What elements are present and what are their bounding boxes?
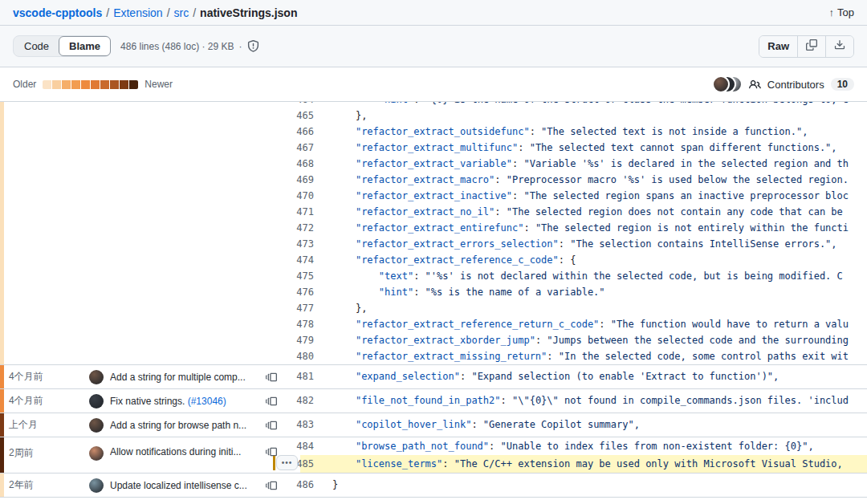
commit-message-link[interactable]: Add a string for multiple comp... <box>110 372 259 383</box>
line-number[interactable]: 475 <box>279 268 324 284</box>
json-key: "refactor_extract_errors_selection" <box>356 238 559 250</box>
code-line[interactable]: "file_not_found_in_path2": "\"{0}\" not … <box>324 392 867 408</box>
avatar[interactable] <box>89 394 104 408</box>
json-key: "refactor_extract_variable" <box>356 158 512 169</box>
json-punctuation: }, <box>356 110 367 121</box>
code-line[interactable]: "copilot_hover_link": "Generate Copilot … <box>324 417 867 433</box>
avatar[interactable] <box>89 478 104 493</box>
contributor-avatars[interactable] <box>712 75 743 93</box>
line-number[interactable]: 469 <box>279 172 324 188</box>
code-line[interactable]: } <box>324 477 867 493</box>
download-button[interactable] <box>825 36 853 57</box>
copy-button[interactable] <box>797 36 825 57</box>
people-icon <box>749 79 761 91</box>
versions-icon[interactable] <box>266 372 277 383</box>
code-line[interactable]: "refactor_extract_entirefunc": "The sele… <box>324 220 867 236</box>
json-string-value: "The function would have to return a val… <box>611 319 849 330</box>
line-number[interactable]: 484 <box>279 437 324 455</box>
tab-code[interactable]: Code <box>14 36 59 56</box>
code-line[interactable]: "refactor_extract_errors_selection": "Th… <box>324 236 867 252</box>
blame-expand-button[interactable]: ••• <box>276 455 298 470</box>
avatar[interactable] <box>712 75 730 93</box>
code-line[interactable]: "refactor_extract_variable": "Variable '… <box>324 156 867 172</box>
json-string-value: "The selected region spans an inactive p… <box>523 190 849 201</box>
code-line[interactable]: "refactor_extract_missing_return": "In t… <box>324 348 867 364</box>
avatar[interactable] <box>89 370 104 384</box>
code-line[interactable]: "expand_selection": "Expand selection (t… <box>324 368 867 384</box>
json-key: "refactor_extract_reference_c_code" <box>356 254 559 266</box>
code-line[interactable]: "refactor_extract_reference_c_code": { <box>324 252 867 268</box>
json-string-value: "\"{0}\" not found in compile_commands.j… <box>512 395 849 406</box>
versions-icon[interactable] <box>266 480 277 491</box>
json-punctuation: }, <box>356 303 367 314</box>
json-punctuation: : <box>530 126 541 137</box>
heat-swatch-3 <box>62 80 71 89</box>
line-number[interactable]: 473 <box>279 236 324 252</box>
line-number[interactable]: 476 <box>279 284 324 300</box>
json-key: "refactor_extract_macro" <box>356 174 495 185</box>
code-line[interactable]: "hint": "{0} is the name of the struct o… <box>324 101 867 108</box>
versions-icon[interactable] <box>266 396 277 407</box>
code-line[interactable]: "refactor_extract_xborder_jump": "Jumps … <box>324 332 867 348</box>
blame-legend-row: Older Newer Contributors 10 <box>0 67 867 101</box>
code-line[interactable]: "refactor_extract_macro": "Preprocessor … <box>324 172 867 188</box>
json-string-value: "In the selected code, some control path… <box>559 351 849 362</box>
tab-blame[interactable]: Blame <box>59 36 111 56</box>
line-number[interactable]: 468 <box>279 156 324 172</box>
line-number[interactable]: 481 <box>279 368 324 384</box>
code-line[interactable]: "refactor_extract_reference_return_c_cod… <box>324 316 867 332</box>
line-number[interactable]: 485••• <box>279 455 324 473</box>
line-number[interactable]: 474 <box>279 252 324 268</box>
code-line[interactable]: "refactor_extract_no_il": "The selected … <box>324 204 867 220</box>
line-number[interactable]: 464 <box>279 101 324 108</box>
pr-number-link[interactable]: (#13046) <box>188 396 226 407</box>
breadcrumb-separator: / <box>106 6 109 19</box>
versions-icon[interactable] <box>266 420 277 431</box>
code-line[interactable]: "refactor_extract_multifunc": "The selec… <box>324 140 867 156</box>
up-arrow-icon: ↑ <box>829 6 835 18</box>
raw-button[interactable]: Raw <box>759 36 797 57</box>
code-line[interactable]: "hint": "%s is the name of a variable." <box>324 284 867 300</box>
commit-message-link[interactable]: Fix native strings. (#13046) <box>110 396 259 407</box>
code-line[interactable]: }, <box>324 108 867 124</box>
line-number[interactable]: 472 <box>279 220 324 236</box>
code-line[interactable]: "browse_path_not_found": "Unable to inde… <box>324 437 867 455</box>
json-key: "copilot_hover_link" <box>356 419 472 430</box>
avatar[interactable] <box>89 446 104 461</box>
code-line[interactable]: }, <box>324 300 867 316</box>
line-number[interactable]: 486 <box>279 477 324 493</box>
line-number[interactable]: 470 <box>279 188 324 204</box>
commit-message-link[interactable]: Update localized intellisense c... <box>110 480 259 491</box>
breadcrumb-dir-src[interactable]: src <box>174 6 189 19</box>
line-number-gutter: 484485••• <box>279 437 324 473</box>
line-number[interactable]: 467 <box>279 140 324 156</box>
commit-message-link[interactable]: Add a string for browse path n... <box>110 420 259 431</box>
code-line[interactable]: "text": "'%s' is not declared within the… <box>324 268 867 284</box>
line-number[interactable]: 479 <box>279 332 324 348</box>
json-punctuation: : <box>512 190 523 201</box>
line-number[interactable]: 480 <box>279 348 324 364</box>
line-number[interactable]: 465 <box>279 108 324 124</box>
commit-message-link[interactable]: Allow notifications during initi... <box>110 446 259 457</box>
line-number[interactable]: 477 <box>279 300 324 316</box>
raw-actions-group: Raw <box>759 35 854 58</box>
blame-table: 4644654664674684694704714724734744754764… <box>0 101 867 498</box>
line-number[interactable]: 482 <box>279 392 324 408</box>
code-line[interactable]: "license_terms": "The C/C++ extension ma… <box>324 455 867 473</box>
avatar[interactable] <box>89 418 104 433</box>
scroll-to-top-button[interactable]: ↑ Top <box>829 6 854 18</box>
line-number[interactable]: 471 <box>279 204 324 220</box>
contributors-link[interactable]: Contributors 10 <box>712 75 854 93</box>
line-number[interactable]: 478 <box>279 316 324 332</box>
shield-alert-icon[interactable] <box>247 40 259 52</box>
breadcrumb-repo-link[interactable]: vscode-cpptools <box>13 6 102 19</box>
json-key: "expand_selection" <box>356 371 460 382</box>
line-number[interactable]: 466 <box>279 124 324 140</box>
legend-older-label: Older <box>13 79 36 90</box>
breadcrumb-dir-extension[interactable]: Extension <box>113 6 162 19</box>
line-number[interactable]: 483 <box>279 417 324 433</box>
json-key: "refactor_extract_reference_return_c_cod… <box>356 319 599 330</box>
code-line[interactable]: "refactor_extract_inactive": "The select… <box>324 188 867 204</box>
commit-age: 2年前 <box>9 478 83 492</box>
code-line[interactable]: "refactor_extract_outsidefunc": "The sel… <box>324 124 867 140</box>
